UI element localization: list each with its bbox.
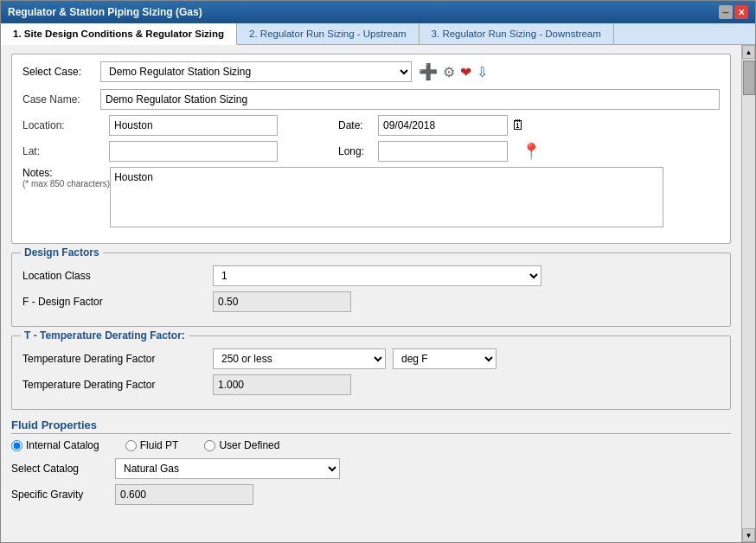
location-class-dropdown[interactable]: 1 2 3 4: [213, 265, 541, 286]
notes-row: Notes: (* max 850 characters) Houston: [22, 167, 720, 227]
title-bar: Regulator & Station Piping Sizing (Gas) …: [1, 1, 755, 23]
location-date-row: Location: Date: 🗓: [22, 115, 720, 136]
temp-factor-label: Temperature Derating Factor: [22, 353, 213, 365]
case-name-label: Case Name:: [22, 93, 100, 105]
tab-upstream[interactable]: 2. Regulator Run Sizing - Upstream: [237, 23, 420, 44]
fluid-properties-section: Fluid Properties Internal Catalog Fluid …: [11, 418, 731, 505]
location-class-row: Location Class 1 2 3 4: [22, 265, 720, 286]
tab-downstream[interactable]: 3. Regulator Run Sizing - Downstream: [420, 23, 614, 44]
window-title: Regulator & Station Piping Sizing (Gas): [8, 6, 202, 18]
select-case-label: Select Case:: [22, 66, 100, 78]
lat-label: Lat:: [22, 145, 100, 157]
catalog-dropdown[interactable]: Natural Gas Propane Air Nitrogen: [115, 458, 340, 479]
notes-label-block: Notes: (* max 850 characters): [22, 167, 110, 188]
main-window: Regulator & Station Piping Sizing (Gas) …: [0, 0, 756, 543]
temperature-title: T - Temperature Derating Factor:: [21, 329, 189, 342]
design-factors-title: Design Factors: [21, 246, 103, 259]
tab-bar: 1. Site Design Conditions & Regulator Si…: [1, 23, 755, 45]
radio-user-defined-label: User Defined: [219, 439, 279, 451]
close-button[interactable]: ✕: [734, 5, 748, 19]
case-name-input[interactable]: [100, 89, 720, 110]
title-controls: ─ ✕: [719, 5, 748, 19]
date-wrapper: 🗓: [378, 115, 525, 136]
radio-fluid-pt-label: Fluid PT: [140, 439, 179, 451]
calendar-icon[interactable]: 🗓: [511, 118, 525, 133]
tab-site-design[interactable]: 1. Site Design Conditions & Regulator Si…: [1, 23, 237, 45]
map-pin-icon[interactable]: 📍: [522, 142, 541, 161]
fluid-radio-row: Internal Catalog Fluid PT User Defined: [11, 439, 731, 451]
long-label: Long:: [338, 145, 369, 157]
location-input[interactable]: [109, 115, 278, 136]
temp-factor-row: Temperature Derating Factor 250 or less …: [22, 348, 720, 369]
download-icon[interactable]: ⇩: [477, 64, 488, 80]
f-design-input: [213, 291, 351, 312]
radio-internal-catalog[interactable]: Internal Catalog: [11, 439, 99, 451]
content-area: Select Case: Demo Regulator Station Sizi…: [1, 45, 755, 542]
scrollbar: ▲ ▼: [741, 45, 755, 542]
scroll-up-button[interactable]: ▲: [742, 45, 755, 59]
share-icon[interactable]: ❤: [460, 64, 471, 80]
design-factors-content: Location Class 1 2 3 4 F - Design Factor: [22, 265, 720, 312]
f-design-label: F - Design Factor: [22, 296, 213, 308]
radio-fluid-pt-input[interactable]: [125, 440, 137, 451]
lat-input[interactable]: [109, 141, 278, 162]
site-design-form: Select Case: Demo Regulator Station Sizi…: [11, 54, 731, 244]
minimize-button[interactable]: ─: [719, 5, 733, 19]
radio-user-defined-input[interactable]: [204, 440, 215, 451]
specific-gravity-row: Specific Gravity: [11, 484, 731, 505]
notes-label: Notes:: [22, 167, 110, 179]
add-icon[interactable]: ➕: [419, 62, 438, 81]
scroll-thumb[interactable]: [743, 61, 755, 95]
main-area: Select Case: Demo Regulator Station Sizi…: [1, 45, 741, 542]
date-input[interactable]: [378, 115, 508, 136]
location-label: Location:: [22, 119, 100, 131]
lat-long-row: Lat: Long: 📍: [22, 141, 720, 162]
f-design-row: F - Design Factor: [22, 291, 720, 312]
temp-result-row: Temperature Derating Factor: [22, 374, 720, 395]
radio-fluid-pt[interactable]: Fluid PT: [125, 439, 179, 451]
fluid-properties-title: Fluid Properties: [11, 418, 731, 434]
scroll-down-button[interactable]: ▼: [742, 528, 755, 542]
temp-factor-dropdown[interactable]: 250 or less 300 350 400: [213, 348, 386, 369]
radio-internal-catalog-input[interactable]: [11, 440, 22, 451]
temperature-content: Temperature Derating Factor 250 or less …: [22, 348, 720, 395]
date-label: Date:: [338, 119, 369, 131]
radio-internal-catalog-label: Internal Catalog: [26, 439, 99, 451]
action-icons: ➕ ⚙ ❤ ⇩: [419, 62, 488, 81]
design-factors-group: Design Factors Location Class 1 2 3 4 F …: [11, 252, 731, 327]
temp-result-label: Temperature Derating Factor: [22, 379, 213, 391]
notes-textarea[interactable]: Houston: [110, 167, 663, 227]
temp-unit-dropdown[interactable]: deg F deg C: [393, 348, 497, 369]
select-catalog-label: Select Catalog: [11, 463, 115, 475]
case-name-row: Case Name:: [22, 89, 720, 110]
temperature-group: T - Temperature Derating Factor: Tempera…: [11, 335, 731, 410]
long-input[interactable]: [378, 141, 508, 162]
select-case-dropdown[interactable]: Demo Regulator Station Sizing: [100, 61, 412, 82]
specific-gravity-label: Specific Gravity: [11, 489, 115, 501]
select-catalog-row: Select Catalog Natural Gas Propane Air N…: [11, 458, 731, 479]
specific-gravity-input: [115, 484, 253, 505]
select-case-row: Select Case: Demo Regulator Station Sizi…: [22, 61, 720, 82]
radio-user-defined[interactable]: User Defined: [204, 439, 279, 451]
location-class-label: Location Class: [22, 270, 213, 282]
settings-icon[interactable]: ⚙: [443, 64, 455, 80]
temp-result-input: [213, 374, 351, 395]
notes-sublabel: (* max 850 characters): [22, 179, 110, 188]
